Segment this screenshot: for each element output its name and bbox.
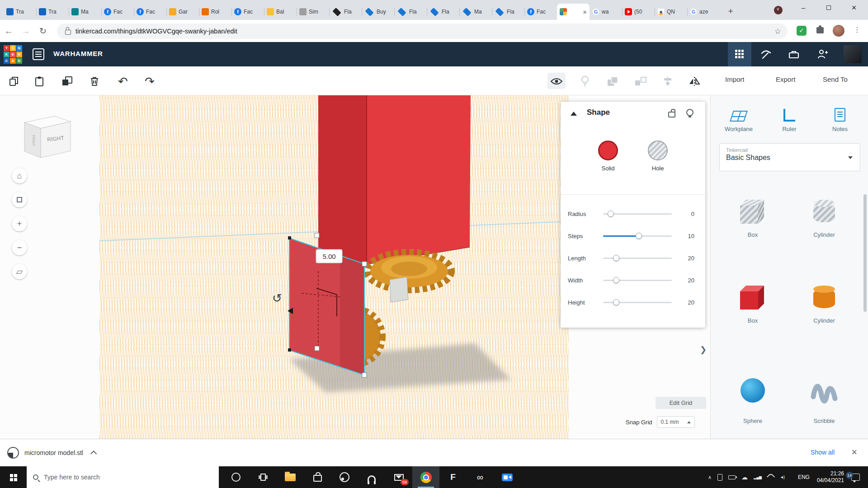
duplicate-icon[interactable] [60,74,75,89]
sidebar-collapse-chevron-icon[interactable]: ❯ [700,345,707,355]
browser-tab[interactable]: (50 [622,4,655,20]
clock[interactable]: 21:26 04/04/2021 [817,470,844,484]
design-menu-icon[interactable] [33,48,44,60]
slider-knob[interactable] [613,255,619,261]
browser-tab[interactable]: Tra [4,4,36,20]
chrome-taskbar-icon[interactable] [412,466,439,488]
dashboard-grid-icon[interactable] [728,42,751,66]
browser-tab[interactable]: aQN [655,4,687,20]
corner-handle[interactable] [288,236,291,239]
volume-icon[interactable]: ◄) [780,475,784,479]
loop-taskbar-icon[interactable]: ∞ [467,466,494,488]
taskbar-search[interactable]: Type here to search [27,466,219,488]
tablet-icon[interactable] [717,474,722,481]
browser-tab[interactable]: Sim [297,4,329,20]
ruler-tool[interactable]: Ruler [767,105,812,132]
scale-handle[interactable] [315,346,319,351]
profile-avatar[interactable] [833,25,844,37]
snap-grid-select[interactable]: 0.1 mm [657,416,695,428]
shape-cyl-orange[interactable]: Cylinder [788,274,860,360]
slider-knob[interactable] [608,211,614,217]
fit-view-button[interactable] [12,192,27,207]
signal-icon[interactable]: ▂▄▆ [754,475,762,479]
home-button[interactable]: ⌂ [12,168,27,183]
start-button[interactable] [0,466,27,488]
workplane-view-button[interactable]: ▱ [12,264,27,279]
send-to-button[interactable]: Send To [823,75,848,83]
hole-option[interactable]: Hole [648,141,668,172]
export-button[interactable]: Export [776,75,795,83]
wifi-icon[interactable] [766,473,775,482]
zoom-in-button[interactable]: + [12,216,27,231]
design-title[interactable]: WARHAMMER [53,50,103,57]
browser-tab[interactable]: Buy [362,4,394,20]
mail-taskbar-icon[interactable]: 59 [385,466,412,488]
chevron-up-icon[interactable] [90,450,97,457]
tab-close-icon[interactable]: × [583,8,587,16]
browser-tab[interactable]: Bal [264,4,297,20]
browser-menu-icon[interactable]: ⋮ [854,25,861,34]
shape-library-dropdown[interactable]: Tinkercad Basic Shapes [719,143,860,171]
view-cube[interactable]: RIGHT FRONT [18,111,77,163]
fapp-taskbar-icon[interactable]: F [439,466,467,488]
collapse-panel-icon[interactable] [571,112,577,116]
browser-tab[interactable]: Rol [199,4,231,20]
close-downloads-icon[interactable]: × [851,446,857,458]
browser-tab[interactable]: fFac [524,4,557,20]
extensions-puzzle-icon[interactable] [816,27,824,33]
minecraft-pickaxe-icon[interactable] [754,42,778,66]
slider-knob[interactable] [636,233,642,239]
big-red-box[interactable] [318,95,471,264]
cortana-taskbar-icon[interactable] [222,466,250,488]
solid-swatch[interactable] [598,141,618,160]
ungroup-icon[interactable] [633,74,648,89]
hole-swatch[interactable] [648,141,668,160]
show-all-eye-icon[interactable] [549,74,564,89]
dimension-label[interactable]: 5.00 [316,249,342,263]
import-button[interactable]: Import [725,75,745,83]
solid-option[interactable]: Solid [598,141,618,172]
back-icon[interactable]: ← [0,26,17,36]
mirror-icon[interactable] [687,74,702,89]
steam-taskbar-icon[interactable] [331,466,358,488]
secure-lock-icon[interactable] [65,30,71,35]
tinkercad-logo[interactable]: TINKERCAD [4,45,22,64]
scrollbar-thumb[interactable] [863,194,867,312]
slider-track[interactable] [603,213,672,215]
shape-box-red[interactable]: Box [717,274,788,360]
edit-grid-button[interactable]: Edit Grid [656,397,706,409]
paste-icon[interactable] [32,74,47,89]
browser-tab[interactable]: Fla [329,4,362,20]
redo-icon[interactable]: ↷ [142,74,157,89]
url-text[interactable]: tinkercad.com/things/dtkWOGVCgqe-swanky-… [75,28,237,35]
align-icon[interactable] [660,74,675,89]
taskview-taskbar-icon[interactable] [250,466,277,488]
cloud-icon[interactable]: ☁ [741,474,748,481]
brick-toolbox-icon[interactable] [782,42,806,66]
3d-viewport[interactable]: 5.00 ↺ RIGHT FRONT ⌂+−▱ Shape Solid [0,95,710,439]
scale-handle[interactable] [362,373,367,377]
close-window-button[interactable]: × [844,0,864,16]
browser-tab[interactable]: Ma [69,4,101,20]
browser-tab[interactable]: Tra [36,4,69,20]
browser-tab[interactable]: Fla [492,4,524,20]
viewcube-side-face-label[interactable]: FRONT [32,135,35,146]
notes-tool[interactable]: Notes [817,105,863,132]
maximize-button[interactable] [818,0,839,16]
slider-knob[interactable] [613,277,619,283]
browser-tab[interactable]: Fla [394,4,427,20]
explorer-taskbar-icon[interactable] [277,466,304,488]
download-item[interactable]: micromotor model.stl [7,445,95,461]
slider-track[interactable] [603,258,672,259]
add-user-icon[interactable] [811,42,835,66]
extension-check-icon[interactable]: ✓ [797,26,807,36]
bookmark-star-icon[interactable]: ☆ [774,27,781,36]
browser-tab[interactable]: fFac [134,4,166,20]
shape-sphere[interactable]: Sphere [717,360,788,446]
video-taskbar-icon[interactable] [494,466,521,488]
visibility-bulb-icon[interactable] [686,109,693,116]
shape-cyl-hole[interactable]: Cylinder [788,188,860,274]
browser-tab[interactable]: Ma [459,4,492,20]
browser-tab[interactable]: Gar [166,4,199,20]
slider-knob[interactable] [613,299,619,305]
